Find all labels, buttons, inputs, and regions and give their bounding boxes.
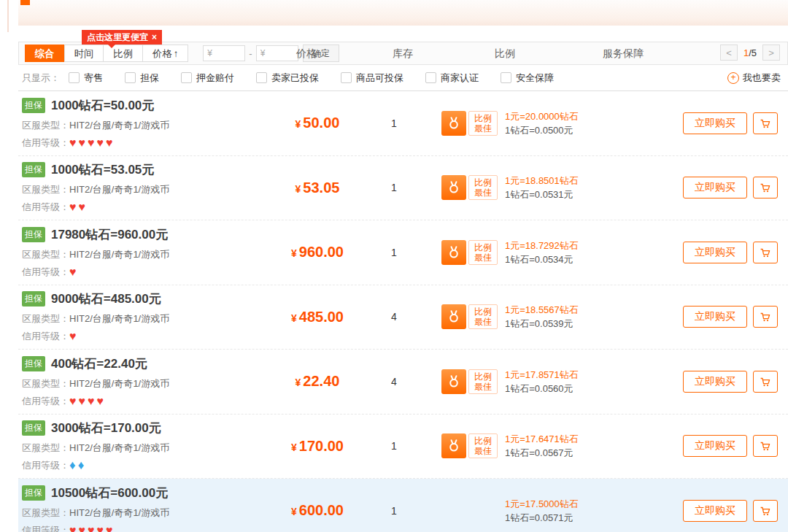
filter-guarantee[interactable]: 担保 <box>125 72 159 85</box>
next-page-button[interactable]: > <box>762 45 780 61</box>
buy-now-button[interactable]: 立即购买 <box>683 112 747 134</box>
sort-asc-arrow-icon: ↑ <box>174 48 179 59</box>
rate-per-diamond: 1钻石=0.0567元 <box>505 446 579 460</box>
buy-now-button[interactable]: 立即购买 <box>683 242 747 263</box>
sort-time-button[interactable]: 时间 <box>64 45 104 62</box>
listing-info: 担保 17980钻石=960.00元 区服类型：HIT2/台服/奇奇1/游戏币 … <box>18 226 266 279</box>
credit-level-label: 信用等级： <box>22 136 69 150</box>
buy-now-button[interactable]: 立即购买 <box>683 306 747 328</box>
sort-comprehensive-button[interactable]: 综合 <box>25 45 65 62</box>
left-divider <box>7 0 9 32</box>
listing-title[interactable]: 1000钻石=50.00元 <box>51 97 154 114</box>
listing-title[interactable]: 9000钻石=485.00元 <box>51 290 161 307</box>
listing-price: ¥600.00 <box>266 502 368 519</box>
currency-symbol: ¥ <box>296 183 301 195</box>
filter-row-label: 只显示： <box>22 72 60 85</box>
filter-seller-insured[interactable]: 卖家已投保 <box>256 72 319 85</box>
checkbox-icon[interactable] <box>425 72 436 83</box>
rate-per-yuan: 1元=20.0000钻石 <box>505 109 579 123</box>
add-to-cart-button[interactable] <box>753 177 778 198</box>
listing-row[interactable]: 担保 1000钻石=53.05元 区服类型：HIT2/台服/奇奇1/游戏币 信用… <box>18 156 788 221</box>
listing-title[interactable]: 17980钻石=960.00元 <box>51 226 168 243</box>
listing-row[interactable]: 担保 3000钻石=170.00元 区服类型：HIT2/台服/奇奇1/游戏币 信… <box>18 415 788 479</box>
tooltip-arrow <box>108 45 115 48</box>
credit-level-label: 信用等级： <box>22 395 69 408</box>
main-content: 综合 时间 比例 价格↑ - 确定 价格 库存 比例 服务保障 < 1/5 > … <box>18 42 788 532</box>
exchange-rates: 1元=17.8571钻石 1钻石=0.0560元 <box>505 368 579 396</box>
checkbox-icon[interactable] <box>341 72 352 83</box>
listing-row[interactable]: 担保 1000钻石=50.00元 区服类型：HIT2/台服/奇奇1/游戏币 信用… <box>18 91 788 156</box>
banner-corner-mark <box>20 0 30 5</box>
listing-row[interactable]: 担保 17980钻石=960.00元 区服类型：HIT2/台服/奇奇1/游戏币 … <box>18 220 788 285</box>
add-to-cart-button[interactable] <box>753 242 778 263</box>
currency-symbol: ¥ <box>291 506 297 517</box>
add-to-cart-button[interactable] <box>753 112 778 134</box>
exchange-rates: 1元=20.0000钻石 1钻石=0.0500元 <box>505 109 579 137</box>
cart-icon <box>759 310 772 323</box>
add-to-cart-button[interactable] <box>753 435 778 457</box>
listing-row[interactable]: 担保 9000钻石=485.00元 区服类型：HIT2/台服/奇奇1/游戏币 信… <box>18 285 788 350</box>
guarantee-badge: 担保 <box>22 356 45 371</box>
listing-title[interactable]: 400钻石=22.40元 <box>51 355 147 372</box>
checkbox-icon[interactable] <box>501 72 511 83</box>
listing-actions: 立即购买 <box>683 500 788 522</box>
listing-price: ¥960.00 <box>266 244 368 261</box>
range-dash: - <box>249 48 252 59</box>
listing-row[interactable]: 担保 400钻石=22.40元 区服类型：HIT2/台服/奇奇1/游戏币 信用等… <box>18 350 788 415</box>
filter-consignment[interactable]: 寄售 <box>69 72 103 85</box>
rate-per-yuan: 1元=18.8501钻石 <box>505 174 579 188</box>
buy-now-button[interactable]: 立即购买 <box>683 177 747 198</box>
buy-now-button[interactable]: 立即购买 <box>683 435 747 457</box>
server-type-value: HIT2/台服/奇奇1/游戏币 <box>69 313 169 324</box>
credit-level-icons: ♥♥ <box>69 201 88 213</box>
checkbox-icon[interactable] <box>256 72 267 83</box>
credit-level-icons: ♥♥♥♥ <box>69 396 106 407</box>
listing-actions: 立即购买 <box>683 371 788 393</box>
filter-item-insurable[interactable]: 商品可投保 <box>341 72 403 85</box>
listing-stock: 1 <box>368 117 420 129</box>
price-min-input[interactable] <box>203 45 245 61</box>
promo-tooltip[interactable]: 点击这里更便宜× <box>82 30 162 45</box>
prev-page-button[interactable]: < <box>720 45 738 61</box>
filter-deposit-compensation[interactable]: 押金赔付 <box>181 72 234 85</box>
add-to-cart-button[interactable] <box>753 500 778 522</box>
checkbox-icon[interactable] <box>69 72 80 83</box>
listing-title[interactable]: 10500钻石=600.00元 <box>51 485 168 501</box>
medal-icon <box>441 240 466 265</box>
i-want-to-sell-link[interactable]: +我也要卖 <box>727 72 781 85</box>
checkbox-icon[interactable] <box>181 72 192 83</box>
checkbox-icon[interactable] <box>125 72 136 83</box>
server-type-label: 区服类型： <box>22 313 69 324</box>
plus-circle-icon: + <box>727 72 739 84</box>
tooltip-close-icon[interactable]: × <box>152 32 157 42</box>
sort-toolbar: 综合 时间 比例 价格↑ - 确定 价格 库存 比例 服务保障 < 1/5 > <box>18 42 788 65</box>
filter-security-guarantee[interactable]: 安全保障 <box>501 72 554 85</box>
add-to-cart-button[interactable] <box>753 371 778 393</box>
exchange-rates: 1元=17.6471钻石 1钻石=0.0567元 <box>505 432 579 460</box>
listing-info: 担保 10500钻石=600.00元 区服类型：HIT2/台服/奇奇1/游戏币 … <box>18 485 266 532</box>
price-max-input[interactable] <box>256 45 298 61</box>
currency-symbol: ¥ <box>296 118 301 130</box>
best-ratio-text: 比例最佳 <box>468 111 498 136</box>
medal-icon <box>441 433 466 458</box>
exchange-rates: 1元=18.5567钻石 1钻石=0.0539元 <box>505 303 579 331</box>
listing-actions: 立即购买 <box>683 112 788 134</box>
filter-merchant-certified[interactable]: 商家认证 <box>425 72 479 85</box>
cart-icon <box>759 181 772 194</box>
listing-ratio: 比例最佳 1元=18.7292钻石 1钻石=0.0534元 <box>420 239 638 266</box>
listing-title[interactable]: 3000钻石=170.00元 <box>51 420 161 436</box>
buy-now-button[interactable]: 立即购买 <box>683 500 747 522</box>
currency-symbol: ¥ <box>296 377 301 388</box>
listing-row[interactable]: 担保 10500钻石=600.00元 区服类型：HIT2/台服/奇奇1/游戏币 … <box>18 479 788 532</box>
credit-level-label: 信用等级： <box>22 330 69 343</box>
sort-button-group: 综合 时间 比例 价格↑ <box>26 45 188 62</box>
server-type-label: 区服类型： <box>22 249 69 260</box>
column-header-price: 价格 <box>296 42 317 64</box>
add-to-cart-button[interactable] <box>753 306 778 328</box>
listing-title[interactable]: 1000钻石=53.05元 <box>51 161 154 178</box>
buy-now-button[interactable]: 立即购买 <box>683 371 747 393</box>
sort-price-button[interactable]: 价格↑ <box>142 45 188 62</box>
credit-level-icons: ♥♥♥♥♥ <box>69 137 115 149</box>
server-type-value: HIT2/台服/奇奇1/游戏币 <box>69 507 169 518</box>
listing-ratio: 比例最佳 1元=17.8571钻石 1钻石=0.0560元 <box>420 368 638 396</box>
